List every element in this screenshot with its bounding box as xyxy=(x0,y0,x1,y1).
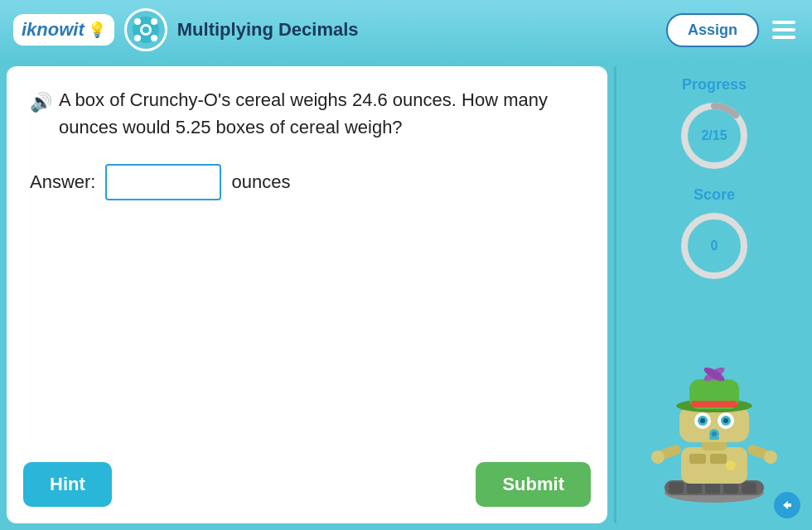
action-buttons: Hint Submit xyxy=(23,462,591,507)
robot-body xyxy=(681,447,747,484)
svg-point-5 xyxy=(151,35,157,41)
hint-button[interactable]: Hint xyxy=(23,462,112,507)
robot-illustration xyxy=(640,364,789,505)
progress-value: 2/15 xyxy=(701,128,727,143)
menu-line-2 xyxy=(772,28,795,31)
svg-rect-13 xyxy=(710,454,727,464)
submit-button[interactable]: Submit xyxy=(476,462,591,507)
svg-rect-12 xyxy=(689,454,706,464)
hand-right xyxy=(764,450,777,464)
question-body: A box of Crunchy-O's cereal weighs 24.6 … xyxy=(59,86,584,141)
svg-point-4 xyxy=(134,35,141,41)
question-panel: 🔊 A box of Crunchy-O's cereal weighs 24.… xyxy=(7,66,607,523)
nav-arrow-icon xyxy=(780,498,795,513)
logo: iknowit 💡 xyxy=(13,14,114,46)
score-section: Score 0 xyxy=(677,186,752,283)
menu-line-1 xyxy=(772,21,795,24)
lesson-title: Multiplying Decimals xyxy=(177,19,656,41)
svg-point-14 xyxy=(726,460,736,470)
svg-point-16 xyxy=(700,418,705,423)
film-icon xyxy=(131,15,161,45)
svg-point-19 xyxy=(712,431,717,436)
question-text: 🔊 A box of Crunchy-O's cereal weighs 24.… xyxy=(30,86,584,141)
answer-row: Answer: ounces xyxy=(30,164,584,200)
lesson-icon xyxy=(124,8,167,51)
panel-divider xyxy=(614,66,616,523)
svg-point-2 xyxy=(134,18,141,25)
nav-button[interactable] xyxy=(774,492,800,518)
score-value: 0 xyxy=(711,238,718,253)
svg-point-6 xyxy=(143,26,149,33)
speaker-icon[interactable]: 🔊 xyxy=(30,89,52,116)
svg-point-3 xyxy=(151,18,157,25)
hat-stripe xyxy=(691,401,737,407)
svg-rect-7 xyxy=(669,482,684,494)
bulb-icon: 💡 xyxy=(88,21,106,39)
svg-point-18 xyxy=(723,418,728,423)
progress-section: Progress 2/15 xyxy=(677,76,752,173)
answer-input[interactable] xyxy=(105,164,221,200)
main-content: 🔊 A box of Crunchy-O's cereal weighs 24.… xyxy=(0,60,812,530)
menu-button[interactable] xyxy=(769,17,799,42)
answer-label: Answer: xyxy=(30,171,95,193)
svg-rect-10 xyxy=(723,482,738,494)
svg-rect-20 xyxy=(709,436,719,440)
score-circle: 0 xyxy=(677,209,752,283)
side-panel: Progress 2/15 Score 0 xyxy=(623,66,805,523)
robot-character xyxy=(640,296,789,513)
progress-circle: 2/15 xyxy=(677,99,752,173)
svg-rect-9 xyxy=(705,482,720,494)
svg-rect-11 xyxy=(742,482,756,494)
app-header: iknowit 💡 Multiplying Decimals Assign xyxy=(0,0,812,60)
unit-label: ounces xyxy=(231,171,290,193)
progress-label: Progress xyxy=(682,76,747,94)
assign-button[interactable]: Assign xyxy=(666,13,759,47)
hand-left xyxy=(651,450,665,464)
score-label: Score xyxy=(694,186,735,204)
svg-rect-8 xyxy=(687,482,702,494)
logo-text: iknowit xyxy=(22,19,85,41)
menu-line-3 xyxy=(772,36,795,39)
